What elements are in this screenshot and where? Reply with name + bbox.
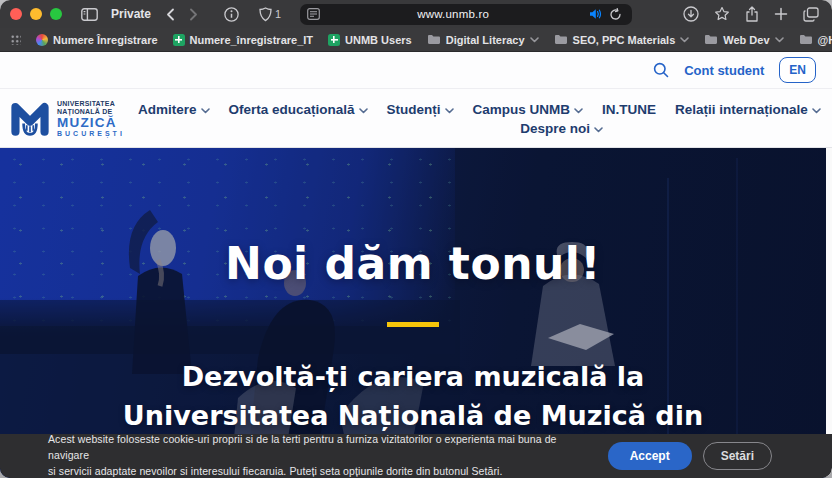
logo-line-1: UNIVERSITATEA xyxy=(57,100,125,108)
folder-icon xyxy=(427,34,441,45)
browser-titlebar: Private 1 www.unmb.ro xyxy=(0,0,832,28)
folder-icon xyxy=(799,34,813,45)
reader-icon[interactable] xyxy=(307,8,320,20)
bookmark-label: Digital Literacy xyxy=(446,34,525,46)
logo-mark-icon xyxy=(10,100,50,138)
hero-subtitle-line-1: Dezvoltă-ți cariera muzicală la xyxy=(0,357,826,396)
sidebar-toggle-button[interactable] xyxy=(78,8,101,21)
nav-item-admitere[interactable]: Admitere xyxy=(138,102,210,117)
hero-content: Noi dăm tonul! Dezvoltă-ți cariera muzic… xyxy=(0,148,826,478)
private-browsing-badge: Private xyxy=(111,7,151,21)
back-button[interactable] xyxy=(163,8,178,21)
chevron-down-icon xyxy=(574,108,583,114)
bookmark-numere-nregistrare-it[interactable]: Numere_înregistrare_IT xyxy=(173,34,314,46)
nav-item-campus-unmb[interactable]: Campus UNMB xyxy=(473,102,584,117)
cookie-banner: Acest website foloseste cookie-uri propr… xyxy=(0,434,832,478)
logo-line-4: BUCUREȘTI xyxy=(57,130,125,138)
forward-icon xyxy=(189,8,198,21)
nav-item-in-tune[interactable]: IN.TUNE xyxy=(602,102,656,117)
tab-overview-button[interactable] xyxy=(800,7,822,22)
bookmark-digital-literacy[interactable]: Digital Literacy xyxy=(427,34,539,46)
bookmarks-bar: Numere ÎnregistrareNumere_înregistrare_I… xyxy=(0,28,832,52)
nav-item-studen-i[interactable]: Studenți xyxy=(387,102,454,117)
logo-line-3: MUZICĂ xyxy=(57,115,125,130)
reload-button[interactable] xyxy=(606,8,625,21)
logo-line-2: NAȚIONALĂ DE xyxy=(57,108,125,116)
chevron-down-icon xyxy=(812,108,821,114)
student-account-link[interactable]: Cont student xyxy=(684,63,764,78)
chevron-down-icon xyxy=(359,108,368,114)
info-icon xyxy=(224,7,239,22)
browser-window: Private 1 www.unmb.ro xyxy=(0,0,832,478)
page-info-button[interactable] xyxy=(221,7,242,22)
bookmarks-button[interactable] xyxy=(711,6,733,22)
cookie-accept-button[interactable]: Accept xyxy=(608,442,692,470)
tab-group-grid-icon[interactable] xyxy=(10,34,21,45)
bookmark-label: @Home xyxy=(818,34,832,46)
tab-overview-icon xyxy=(803,7,819,22)
bookmark-web-dev[interactable]: Web Dev xyxy=(704,34,783,46)
bookmark-numere-nregistrare[interactable]: Numere Înregistrare xyxy=(36,34,158,46)
traffic-lights xyxy=(10,8,62,20)
close-window-button[interactable] xyxy=(10,8,22,20)
nav-item-label: Relații internaționale xyxy=(675,102,808,117)
share-icon xyxy=(745,6,759,22)
bookmark-label: Numere_înregistrare_IT xyxy=(190,34,314,46)
search-icon xyxy=(653,62,669,78)
nav-item-label: Campus UNMB xyxy=(473,102,571,117)
bookmark-label: SEO, PPC Materials xyxy=(573,34,676,46)
bookmark-unmb-users[interactable]: UNMB Users xyxy=(328,34,412,46)
nav-item-rela-ii-interna-ionale[interactable]: Relații internaționale xyxy=(675,102,821,117)
hero-title: Noi dăm tonul! xyxy=(0,238,826,289)
hero-section: Noi dăm tonul! Dezvoltă-ți cariera muzic… xyxy=(0,148,826,478)
forward-button[interactable] xyxy=(186,8,201,21)
nav-item-label: Despre noi xyxy=(520,121,590,136)
minimize-window-button[interactable] xyxy=(30,8,42,20)
hero-subtitle: Dezvoltă-ți cariera muzicală la Universi… xyxy=(0,357,826,435)
search-button[interactable] xyxy=(653,62,669,78)
chevron-down-icon xyxy=(680,37,689,43)
site-header: Cont student EN UNIVERSITATEA NAȚIONALĂ … xyxy=(0,52,832,148)
share-button[interactable] xyxy=(742,6,762,22)
chevron-down-icon xyxy=(775,37,784,43)
sidebar-icon xyxy=(81,8,98,21)
main-nav-row: UNIVERSITATEA NAȚIONALĂ DE MUZICĂ BUCURE… xyxy=(0,89,832,147)
utility-row: Cont student EN xyxy=(0,52,832,89)
cookie-buttons: Accept Setări xyxy=(608,442,772,470)
scrollbar-gutter[interactable] xyxy=(826,148,832,434)
bookmark-label: Web Dev xyxy=(723,34,769,46)
nav-item-label: IN.TUNE xyxy=(602,102,656,117)
zoom-window-button[interactable] xyxy=(50,8,62,20)
folder-icon xyxy=(554,34,568,45)
back-icon xyxy=(166,8,175,21)
chevron-down-icon xyxy=(445,108,454,114)
download-icon xyxy=(683,6,699,22)
downloads-button[interactable] xyxy=(680,6,702,22)
chevron-down-icon xyxy=(201,108,210,114)
cookie-message-line-2: si servicii adaptate nevoilor si interes… xyxy=(48,464,590,478)
url-text: www.unmb.ro xyxy=(320,8,586,20)
bookmark-seo-ppc-materials[interactable]: SEO, PPC Materials xyxy=(554,34,690,46)
nav-item-despre-noi[interactable]: Despre noi xyxy=(520,121,603,136)
mute-tab-button[interactable] xyxy=(586,8,606,20)
colorful-app-icon xyxy=(36,34,48,46)
new-tab-button[interactable] xyxy=(771,7,791,21)
url-bar[interactable]: www.unmb.ro xyxy=(300,4,632,25)
cookie-settings-button[interactable]: Setări xyxy=(703,442,772,470)
spreadsheet-icon xyxy=(328,34,340,46)
shield-icon xyxy=(259,7,272,22)
site-logo[interactable]: UNIVERSITATEA NAȚIONALĂ DE MUZICĂ BUCURE… xyxy=(10,100,138,139)
nav-item-label: Admitere xyxy=(138,102,197,117)
chevron-down-icon xyxy=(530,37,539,43)
language-button[interactable]: EN xyxy=(779,57,816,83)
nav-item-oferta-educa-ional[interactable]: Oferta educațională xyxy=(229,102,368,117)
spreadsheet-icon xyxy=(173,34,185,46)
nav-item-label: Oferta educațională xyxy=(229,102,355,117)
reload-icon xyxy=(609,8,622,21)
hero-divider xyxy=(387,322,439,327)
toolbar-right-icons xyxy=(680,6,822,22)
new-tab-icon xyxy=(774,7,788,21)
chevron-down-icon xyxy=(594,127,603,133)
bookmark-home[interactable]: @Home xyxy=(799,34,832,46)
privacy-report-button[interactable]: 1 xyxy=(256,7,284,22)
